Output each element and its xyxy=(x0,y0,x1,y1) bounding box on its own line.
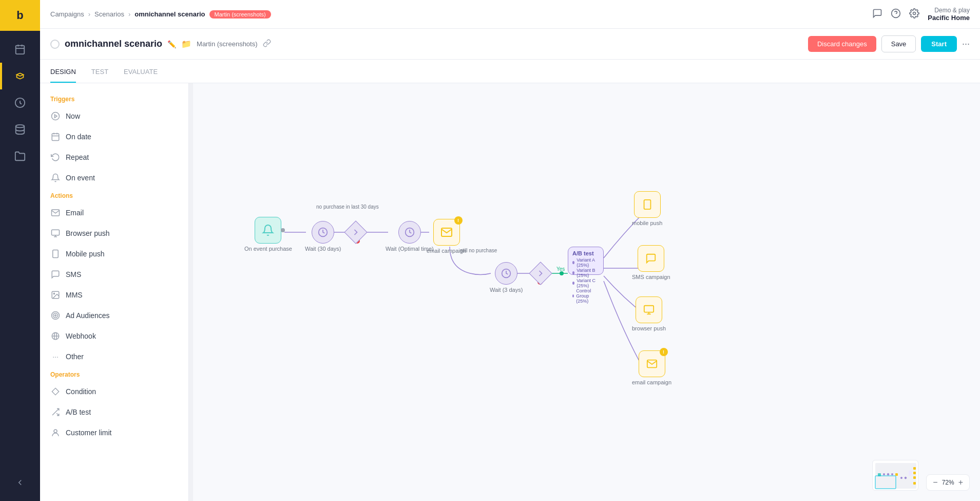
wait1-node[interactable]: Wait (30 days) xyxy=(305,221,341,252)
ab-test-node-box[interactable]: A/B test Variant A (25%) Variant B (25%)… xyxy=(568,247,604,275)
sidebar-bottom xyxy=(0,472,40,493)
wait2-node-box[interactable] xyxy=(398,221,421,244)
mms-icon xyxy=(50,290,61,300)
panel-item-on-event[interactable]: On event xyxy=(40,168,188,188)
zoom-out-button[interactable]: − xyxy=(933,478,937,487)
trigger-node[interactable]: On event purchase xyxy=(244,217,292,252)
wait3-node-box[interactable] xyxy=(495,262,517,285)
more-options-icon[interactable]: ··· xyxy=(962,39,970,49)
split-icon xyxy=(50,407,61,417)
ab-test-node[interactable]: A/B test Variant A (25%) Variant B (25%)… xyxy=(568,247,604,275)
panel-item-other-label: Other xyxy=(66,352,84,361)
mobile-push-node-box[interactable] xyxy=(634,191,661,218)
nav-item-campaigns[interactable] xyxy=(0,63,40,89)
breadcrumb-sep1: › xyxy=(88,10,90,18)
svg-point-27 xyxy=(54,430,57,433)
condition2-node[interactable] xyxy=(529,262,552,285)
nav-item-analytics[interactable] xyxy=(0,89,40,116)
svg-point-9 xyxy=(52,113,60,120)
wait1-label: Wait (30 days) xyxy=(305,246,341,252)
email2-node-box[interactable]: ! xyxy=(639,350,665,377)
link-icon[interactable] xyxy=(263,39,271,49)
user-profile[interactable]: Demo & play Pacific Home xyxy=(928,7,970,22)
breadcrumb: Campaigns › Scenarios › omnichannel scen… xyxy=(50,10,271,18)
panel-item-condition-label: Condition xyxy=(66,387,96,396)
discard-changes-button[interactable]: Discard changes xyxy=(808,36,876,52)
yes-label: Yes xyxy=(556,266,565,272)
canvas[interactable]: On event purchase no purchase in last 30… xyxy=(193,83,980,501)
left-panel: Triggers Now On date Repeat On event Act… xyxy=(40,83,189,501)
zoom-in-button[interactable]: + xyxy=(958,478,963,487)
user-line1: Demo & play xyxy=(934,7,970,14)
settings-icon[interactable] xyxy=(909,8,919,21)
target-icon xyxy=(50,310,61,321)
panel-item-condition[interactable]: Condition xyxy=(40,381,188,402)
minimap[interactable] xyxy=(872,460,918,491)
panel-item-mobile-push[interactable]: Mobile push xyxy=(40,244,188,264)
panel-item-other[interactable]: ··· Other xyxy=(40,346,188,367)
panel-item-email[interactable]: Email xyxy=(40,202,188,223)
email1-warning-badge: ! xyxy=(454,216,463,225)
ab-variant-b: Variant B (25%) xyxy=(572,268,599,278)
mobile-push-node[interactable]: mobile push xyxy=(632,191,662,226)
save-button[interactable]: Save xyxy=(881,35,916,52)
panel-item-mms[interactable]: MMS xyxy=(40,285,188,305)
panel-item-sms[interactable]: SMS xyxy=(40,264,188,285)
email2-node[interactable]: ! email campaign xyxy=(632,350,671,385)
svg-rect-42 xyxy=(644,306,654,312)
sub-header-actions: Discard changes Save Start ··· xyxy=(808,35,970,52)
tab-test[interactable]: TEST xyxy=(91,68,108,83)
breadcrumb-scenarios[interactable]: Scenarios xyxy=(94,10,124,18)
scenario-name: omnichannel scenario xyxy=(65,39,162,49)
sms-campaign-node-box[interactable] xyxy=(638,245,664,272)
svg-point-5 xyxy=(16,125,25,128)
scenario-title-area: omnichannel scenario ✏️ 📁 Martin (screen… xyxy=(50,39,271,49)
tab-design[interactable]: DESIGN xyxy=(50,68,76,83)
panel-item-now[interactable]: Now xyxy=(40,106,188,126)
panel-item-onevent-label: On event xyxy=(66,174,95,182)
condition1-node[interactable] xyxy=(344,221,367,244)
diamond-icon xyxy=(50,386,61,397)
sms-campaign-node[interactable]: SMS campaign xyxy=(632,245,670,280)
ab-test-title: A/B test xyxy=(572,250,599,256)
trigger-node-box[interactable] xyxy=(255,217,281,244)
svg-rect-54 xyxy=(913,467,916,470)
breadcrumb-tag: Martin (screenshots) xyxy=(209,10,271,18)
svg-rect-49 xyxy=(891,473,893,475)
breadcrumb-campaigns[interactable]: Campaigns xyxy=(50,10,84,18)
wait3-label: Wait (3 days) xyxy=(490,287,523,293)
panel-item-ad-audiences[interactable]: Ad Audiences xyxy=(40,305,188,326)
chat-icon[interactable] xyxy=(872,8,882,21)
bell-icon xyxy=(50,173,61,183)
section-title-triggers: Triggers xyxy=(40,91,188,106)
wait1-node-box[interactable] xyxy=(312,221,334,244)
panel-item-browser-push[interactable]: Browser push xyxy=(40,223,188,244)
no-purchase-label: no purchase in last 30 days xyxy=(316,204,379,210)
app-logo[interactable]: b xyxy=(0,0,40,31)
nav-item-files[interactable] xyxy=(0,143,40,170)
mobile-push-label: mobile push xyxy=(632,220,662,226)
zoom-controls: − 72% + xyxy=(926,474,970,491)
panel-item-now-label: Now xyxy=(66,112,80,120)
edit-icon[interactable]: ✏️ xyxy=(167,40,176,48)
nav-item-calendar[interactable] xyxy=(0,36,40,63)
wait3-node[interactable]: Wait (3 days) xyxy=(490,262,523,293)
tab-evaluate[interactable]: EVALUATE xyxy=(124,68,158,83)
svg-rect-55 xyxy=(913,472,916,474)
zoom-level: 72% xyxy=(942,479,954,486)
svg-point-24 xyxy=(55,315,56,317)
panel-item-on-date[interactable]: On date xyxy=(40,126,188,147)
panel-item-webhook[interactable]: Webhook xyxy=(40,326,188,346)
browser-push-node[interactable]: browser push xyxy=(632,296,666,331)
panel-item-ab-test[interactable]: A/B test xyxy=(40,402,188,422)
panel-item-repeat[interactable]: Repeat xyxy=(40,147,188,168)
svg-rect-50 xyxy=(895,473,898,476)
nav-item-database[interactable] xyxy=(0,116,40,143)
help-icon[interactable] xyxy=(891,8,901,21)
start-button[interactable]: Start xyxy=(921,36,957,52)
svg-rect-47 xyxy=(883,473,885,475)
collapse-button[interactable] xyxy=(0,472,40,493)
panel-item-customer-limit[interactable]: Customer limit xyxy=(40,422,188,443)
browser-push-node-box[interactable] xyxy=(636,296,662,323)
email1-node-box[interactable]: ! xyxy=(433,219,460,246)
